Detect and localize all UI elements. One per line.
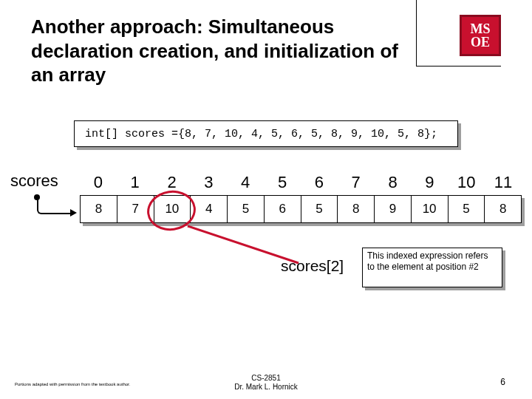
index-cell: 1	[117, 173, 154, 194]
value-cell: 10	[154, 195, 191, 223]
index-cell: 6	[301, 173, 338, 194]
logo-line-1: MS	[471, 22, 491, 35]
value-cell: 6	[264, 195, 301, 223]
code-line: int[] scores ={8, 7, 10, 4, 5, 6, 5, 8, …	[74, 120, 458, 147]
array-diagram: 0 1 2 3 4 5 6 7 8 9 10 11 8 7 10 4 5 6 5…	[80, 173, 522, 223]
value-row-wrap: 8 7 10 4 5 6 5 8 9 10 5 8	[80, 195, 522, 223]
footer-course: CS-2851 Dr. Mark L. Hornick	[234, 374, 298, 392]
indexed-expression-label: scores[2]	[281, 257, 344, 275]
index-cell: 9	[411, 173, 448, 194]
header-divider-horizontal	[416, 66, 501, 66]
code-box: int[] scores ={8, 7, 10, 4, 5, 6, 5, 8, …	[74, 120, 458, 147]
index-cell: 3	[190, 173, 227, 194]
index-cell: 10	[448, 173, 485, 194]
index-cell: 8	[375, 173, 412, 194]
index-cell: 2	[154, 173, 191, 194]
value-cell: 5	[301, 195, 338, 223]
footer-attribution: Portions adapted with permission from th…	[15, 382, 133, 387]
reference-arrow-icon	[37, 197, 72, 214]
msoe-logo: MS OE	[460, 15, 501, 56]
index-cell: 4	[227, 173, 264, 194]
index-cell: 7	[338, 173, 375, 194]
value-cell: 10	[411, 195, 449, 223]
value-cell: 5	[227, 195, 265, 223]
header-divider-vertical	[416, 0, 417, 66]
note-box: This indexed expression refers to the el…	[362, 248, 502, 287]
value-cell: 4	[190, 195, 228, 223]
footer-instructor: Dr. Mark L. Hornick	[234, 383, 298, 392]
note-text: This indexed expression refers to the el…	[362, 248, 502, 287]
index-row: 0 1 2 3 4 5 6 7 8 9 10 11	[80, 173, 522, 194]
slide-title: Another approach: Simultaneous declarati…	[31, 15, 415, 87]
value-cell: 8	[337, 195, 375, 223]
footer-course-code: CS-2851	[234, 374, 298, 383]
value-cell: 8	[80, 195, 117, 223]
value-cell: 7	[117, 195, 154, 223]
value-row: 8 7 10 4 5 6 5 8 9 10 5 8	[80, 195, 522, 223]
page-number: 6	[500, 377, 505, 387]
logo-line-2: OE	[471, 35, 490, 49]
reference-arrowhead-icon	[70, 209, 77, 216]
value-cell: 8	[484, 195, 522, 223]
value-cell: 5	[448, 195, 485, 223]
index-cell: 5	[264, 173, 301, 194]
index-cell: 11	[485, 173, 522, 194]
value-cell: 9	[374, 195, 412, 223]
array-variable-label: scores	[10, 171, 58, 191]
index-cell: 0	[80, 173, 117, 194]
